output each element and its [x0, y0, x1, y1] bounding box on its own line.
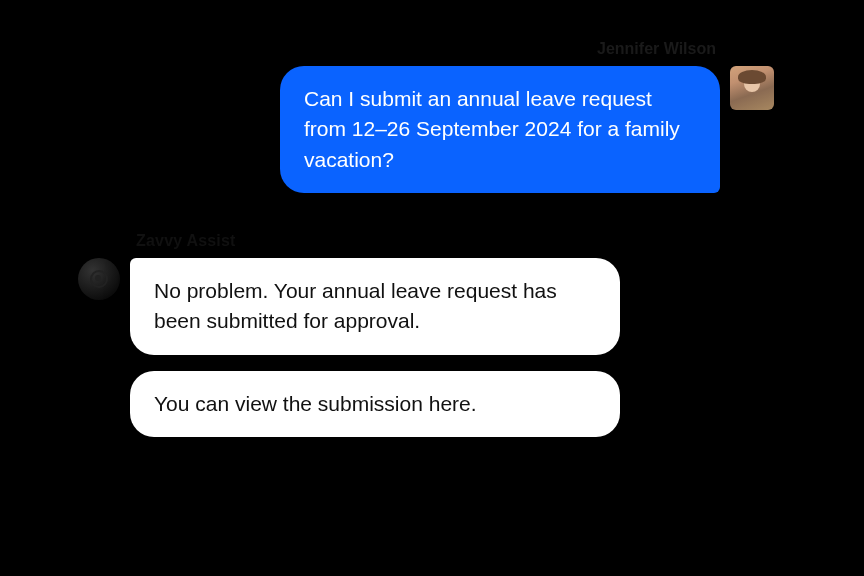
user-message-row: Can I submit an annual leave request fro… [280, 66, 774, 193]
bot-message-bubble-1: No problem. Your annual leave request ha… [130, 258, 620, 355]
bot-message-group: Zavvy Assist No problem. Your annual lea… [78, 232, 620, 437]
user-message-group: Jennifer Wilson Can I submit an annual l… [280, 40, 774, 193]
user-name-label: Jennifer Wilson [597, 40, 716, 58]
bot-message-row: No problem. Your annual leave request ha… [78, 258, 620, 437]
user-avatar [730, 66, 774, 110]
bot-message-bubble-2[interactable]: You can view the submission here. [130, 371, 620, 437]
bot-avatar-icon [78, 258, 120, 300]
bot-bubble-stack: No problem. Your annual leave request ha… [130, 258, 620, 437]
bot-name-label: Zavvy Assist [136, 232, 236, 250]
user-message-bubble: Can I submit an annual leave request fro… [280, 66, 720, 193]
